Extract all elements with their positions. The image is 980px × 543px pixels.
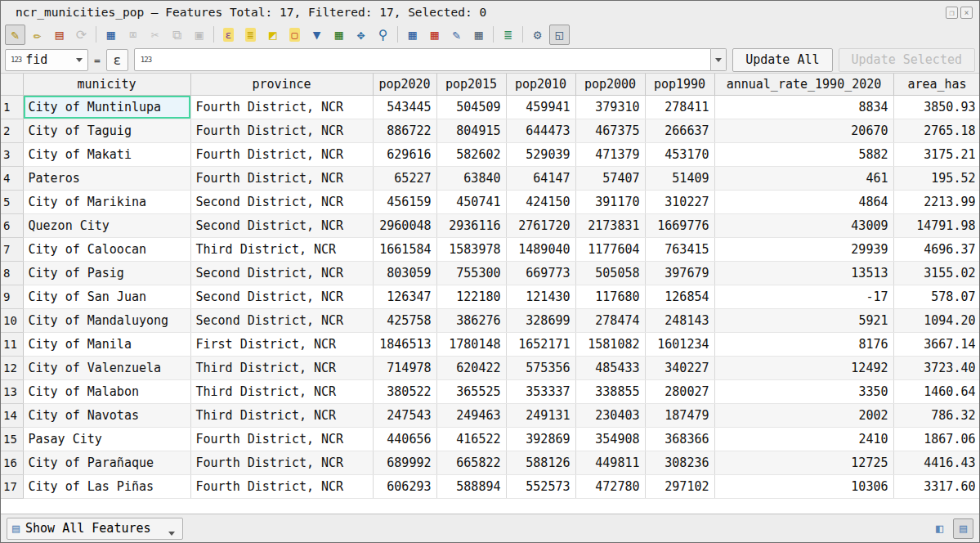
cell-pop2010[interactable]: 588126 xyxy=(506,451,575,474)
cell-pop1990[interactable]: 51409 xyxy=(645,166,714,190)
cell-pop2000[interactable]: 379310 xyxy=(575,95,645,119)
cell-pop2000[interactable]: 57407 xyxy=(575,166,645,190)
cell-pop2015[interactable]: 450741 xyxy=(436,190,506,213)
cell-province[interactable]: Fourth District, NCR xyxy=(190,166,373,190)
cell-area_has[interactable]: 3850.93 xyxy=(893,95,979,119)
cell-province[interactable]: Second District, NCR xyxy=(190,308,373,332)
cell-pop2015[interactable]: 63840 xyxy=(436,166,506,190)
cell-pop2010[interactable]: 529039 xyxy=(506,142,575,166)
feature-filter-button[interactable]: ▤ Show All Features xyxy=(7,518,183,540)
cell-pop2000[interactable]: 1177604 xyxy=(575,237,645,261)
cell-pop2000[interactable]: 117680 xyxy=(575,285,645,308)
cell-pop2020[interactable]: 543445 xyxy=(373,95,436,119)
cell-area_has[interactable]: 3317.60 xyxy=(893,474,979,498)
cell-pop2000[interactable]: 1581082 xyxy=(575,332,645,356)
cell-province[interactable]: Third District, NCR xyxy=(190,237,373,261)
cell-pop2020[interactable]: 247543 xyxy=(373,403,436,427)
cell-pop2020[interactable]: 714978 xyxy=(373,356,436,379)
row-number[interactable]: 11 xyxy=(1,332,23,356)
cell-municity[interactable]: City of Taguig xyxy=(23,119,190,142)
cell-pop2000[interactable]: 472780 xyxy=(575,474,645,498)
cell-annual_rate_1990_2020[interactable]: 2410 xyxy=(714,427,893,451)
cell-pop1990[interactable]: 763415 xyxy=(645,237,714,261)
row-number[interactable]: 13 xyxy=(1,379,23,403)
cell-pop1990[interactable]: 297102 xyxy=(645,474,714,498)
cell-pop2015[interactable]: 504509 xyxy=(436,95,506,119)
cell-area_has[interactable]: 195.52 xyxy=(893,166,979,190)
column-header-pop2000[interactable]: pop2000 xyxy=(575,74,645,95)
cell-pop2000[interactable]: 391170 xyxy=(575,190,645,213)
cell-municity[interactable]: City of Malabon xyxy=(23,379,190,403)
move-selection-top-icon[interactable]: ▦ xyxy=(329,25,349,45)
row-number[interactable]: 2 xyxy=(1,119,23,142)
cell-pop2010[interactable]: 644473 xyxy=(506,119,575,142)
cell-area_has[interactable]: 2213.99 xyxy=(893,190,979,213)
select-expression-icon[interactable]: ε xyxy=(218,25,239,45)
selected-cell-municity[interactable]: City of Muntinlupa xyxy=(23,95,190,119)
cell-annual_rate_1990_2020[interactable]: 3350 xyxy=(714,379,893,403)
cell-pop1990[interactable]: 310227 xyxy=(645,190,714,213)
cell-province[interactable]: Fourth District, NCR xyxy=(190,427,373,451)
row-number[interactable]: 3 xyxy=(1,142,23,166)
cell-pop2010[interactable]: 2761720 xyxy=(506,213,575,237)
cell-pop2010[interactable]: 249131 xyxy=(506,403,575,427)
cell-pop2020[interactable]: 629616 xyxy=(373,142,436,166)
row-number[interactable]: 12 xyxy=(1,356,23,379)
cell-pop2015[interactable]: 582602 xyxy=(436,142,506,166)
cell-pop1990[interactable]: 280027 xyxy=(645,379,714,403)
cell-pop1990[interactable]: 1669776 xyxy=(645,213,714,237)
cell-province[interactable]: Second District, NCR xyxy=(190,261,373,285)
cell-area_has[interactable]: 3667.14 xyxy=(893,332,979,356)
cell-municity[interactable]: City of Manila xyxy=(23,332,190,356)
cell-area_has[interactable]: 578.07 xyxy=(893,285,979,308)
multiedit-icon[interactable]: ✏ xyxy=(27,25,47,45)
deselect-all-icon[interactable]: ▢ xyxy=(284,25,305,45)
cell-pop2000[interactable]: 230403 xyxy=(575,403,645,427)
cell-pop2010[interactable]: 424150 xyxy=(506,190,575,213)
cell-province[interactable]: Third District, NCR xyxy=(190,379,373,403)
cell-pop1990[interactable]: 278411 xyxy=(645,95,714,119)
cell-pop2020[interactable]: 2960048 xyxy=(373,213,436,237)
cell-pop2010[interactable]: 669773 xyxy=(506,261,575,285)
title-bar[interactable]: ncr_municities_pop — Features Total: 17,… xyxy=(1,1,979,22)
cell-pop2010[interactable]: 328699 xyxy=(506,308,575,332)
cell-pop2015[interactable]: 122180 xyxy=(436,285,506,308)
field-selector[interactable]: 123 fid xyxy=(5,49,88,71)
cell-pop2010[interactable]: 353337 xyxy=(506,379,575,403)
row-number[interactable]: 1 xyxy=(1,95,23,119)
cell-area_has[interactable]: 3175.21 xyxy=(893,142,979,166)
cell-pop2000[interactable]: 471379 xyxy=(575,142,645,166)
cell-pop1990[interactable]: 266637 xyxy=(645,119,714,142)
form-view-icon[interactable]: ◧ xyxy=(929,518,950,539)
cell-pop1990[interactable]: 397679 xyxy=(645,261,714,285)
expression-history-dropdown[interactable] xyxy=(711,48,727,71)
cell-pop2000[interactable]: 278474 xyxy=(575,308,645,332)
form-filter-icon[interactable]: ▼ xyxy=(307,25,327,45)
row-number[interactable]: 8 xyxy=(1,261,23,285)
cell-pop1990[interactable]: 126854 xyxy=(645,285,714,308)
cell-pop2000[interactable]: 505058 xyxy=(575,261,645,285)
new-field-icon[interactable]: ▦ xyxy=(402,25,423,45)
cell-pop2020[interactable]: 803059 xyxy=(373,261,436,285)
cell-pop2015[interactable]: 620422 xyxy=(436,356,506,379)
cell-annual_rate_1990_2020[interactable]: 4864 xyxy=(714,190,893,213)
cell-pop1990[interactable]: 340227 xyxy=(645,356,714,379)
cell-pop2010[interactable]: 121430 xyxy=(506,285,575,308)
cell-pop2000[interactable]: 485433 xyxy=(575,356,645,379)
cell-pop1990[interactable]: 308236 xyxy=(645,451,714,474)
cell-annual_rate_1990_2020[interactable]: 43009 xyxy=(714,213,893,237)
cell-pop2020[interactable]: 1661584 xyxy=(373,237,436,261)
update-all-button[interactable]: Update All xyxy=(732,48,832,72)
expression-input[interactable]: 123 xyxy=(134,48,711,71)
row-number[interactable]: 14 xyxy=(1,403,23,427)
row-number[interactable]: 10 xyxy=(1,308,23,332)
cell-area_has[interactable]: 2765.18 xyxy=(893,119,979,142)
cell-pop1990[interactable]: 453170 xyxy=(645,142,714,166)
cell-municity[interactable]: Pateros xyxy=(23,166,190,190)
column-header-annual_rate_1990_2020[interactable]: annual_rate_1990_2020 xyxy=(714,74,893,95)
cell-annual_rate_1990_2020[interactable]: -17 xyxy=(714,285,893,308)
dock-icon[interactable]: ◱ xyxy=(549,25,570,45)
cell-municity[interactable]: City of San Juan xyxy=(23,285,190,308)
row-number[interactable]: 17 xyxy=(1,474,23,498)
cell-province[interactable]: First District, NCR xyxy=(190,332,373,356)
